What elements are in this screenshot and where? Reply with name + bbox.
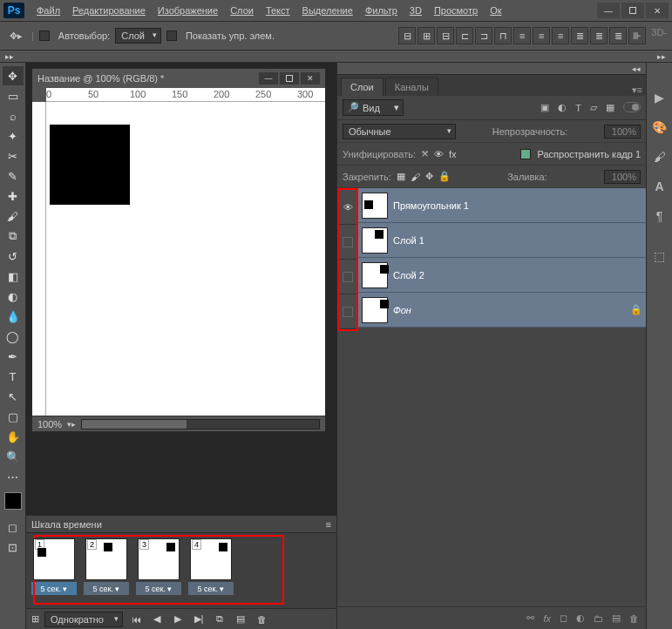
minimize-button[interactable]: — xyxy=(597,3,620,18)
timeline-frame[interactable]: 15 сек. ▾ xyxy=(31,538,77,595)
unify-position-icon[interactable]: ⤧ xyxy=(421,148,429,159)
hand-tool[interactable]: ✋ xyxy=(3,427,24,446)
align-btn[interactable]: ⊟ xyxy=(398,27,416,44)
frame-delay[interactable]: 5 сек. ▾ xyxy=(84,582,129,595)
fx-icon[interactable]: fx xyxy=(543,613,551,624)
tab-layers[interactable]: Слои xyxy=(341,78,384,96)
propagate-checkbox[interactable] xyxy=(520,149,531,159)
doc-minimize[interactable]: — xyxy=(259,72,278,85)
quick-mask[interactable]: ◻ xyxy=(3,517,24,537)
menu-3d[interactable]: 3D xyxy=(404,3,427,18)
para-dock-icon[interactable]: ¶ xyxy=(651,207,669,225)
align-btn[interactable]: ⊪ xyxy=(628,27,646,44)
tween-button[interactable]: ⧉ xyxy=(212,612,227,626)
lasso-tool[interactable]: ⌕ xyxy=(3,106,24,125)
color-dock-icon[interactable]: 🎨 xyxy=(651,118,669,136)
menu-редактирование[interactable]: Редактирование xyxy=(67,3,151,18)
menu-фильтр[interactable]: Фильтр xyxy=(360,3,403,18)
dodge-tool[interactable]: ◯ xyxy=(3,327,24,346)
visibility-toggle[interactable] xyxy=(339,260,356,294)
wand-tool[interactable]: ✦ xyxy=(3,126,24,145)
dock-expander[interactable]: ▸▸ xyxy=(649,51,669,63)
gradient-tool[interactable]: ◐ xyxy=(3,287,24,306)
mask-icon[interactable]: ◻ xyxy=(560,612,567,624)
path-tool[interactable]: ↖ xyxy=(3,387,24,406)
auto-select-dropdown[interactable]: Слой xyxy=(115,28,161,44)
history-brush-tool[interactable]: ↺ xyxy=(3,247,24,266)
lock-position-icon[interactable]: ✥ xyxy=(425,171,433,182)
panel-menu-icon[interactable]: ▾≡ xyxy=(632,85,642,96)
frame-thumbnail[interactable]: 2 xyxy=(85,538,127,580)
filter-adjust-icon[interactable]: ◐ xyxy=(558,102,567,113)
layer-thumbnail[interactable] xyxy=(362,227,388,254)
foreground-swatch[interactable] xyxy=(4,492,22,510)
align-btn[interactable]: ≣ xyxy=(571,27,588,44)
menu-выделение[interactable]: Выделение xyxy=(297,3,358,18)
timeline-frame[interactable]: 45 сек. ▾ xyxy=(188,538,234,595)
marquee-tool[interactable]: ▭ xyxy=(3,86,24,105)
frame-thumbnail[interactable]: 4 xyxy=(190,538,232,580)
auto-select-checkbox[interactable] xyxy=(39,30,50,41)
align-btn[interactable]: ⊞ xyxy=(417,27,435,44)
canvas[interactable] xyxy=(46,102,325,416)
stamp-tool[interactable]: ⧉ xyxy=(3,227,24,246)
frame-delay[interactable]: 5 сек. ▾ xyxy=(188,582,234,595)
frame-thumbnail[interactable]: 3 xyxy=(138,538,180,580)
frame-delay[interactable]: 5 сек. ▾ xyxy=(31,582,77,595)
align-btn[interactable]: ≣ xyxy=(609,27,627,44)
zoom-tool[interactable]: 🔍 xyxy=(3,447,24,466)
move-tool[interactable]: ✥ xyxy=(3,66,24,85)
timeline-toggle-icon[interactable]: ⊞ xyxy=(31,613,39,625)
black-rectangle[interactable] xyxy=(50,125,130,205)
group-icon[interactable]: 🗀 xyxy=(594,613,603,624)
screen-mode[interactable]: ⊡ xyxy=(3,538,24,557)
maximize-button[interactable] xyxy=(621,3,644,18)
align-btn[interactable]: ≡ xyxy=(552,27,569,44)
visibility-toggle[interactable] xyxy=(339,294,356,329)
first-frame-button[interactable]: ⏮ xyxy=(128,612,144,626)
ruler-horizontal[interactable]: 050100150200250300 xyxy=(46,88,325,102)
align-btn[interactable]: ⊓ xyxy=(494,27,512,44)
history-dock-icon[interactable]: ▶ xyxy=(651,89,669,106)
align-btn[interactable]: ⊟ xyxy=(437,27,454,44)
layer-row[interactable]: Слой 1 xyxy=(358,223,646,258)
filter-smart-icon[interactable]: ▦ xyxy=(606,102,614,113)
delete-layer-icon[interactable]: 🗑 xyxy=(629,613,639,624)
lock-all-icon[interactable]: 🔒 xyxy=(438,171,451,182)
align-btn[interactable]: ≡ xyxy=(513,27,531,44)
filter-image-icon[interactable]: ▣ xyxy=(540,102,549,113)
unify-visibility-icon[interactable]: 👁 xyxy=(434,149,444,159)
menu-слои[interactable]: Слои xyxy=(225,3,259,18)
panel-expander[interactable]: ◂◂ xyxy=(337,63,646,75)
prev-frame-button[interactable]: ◀ xyxy=(149,612,165,626)
next-frame-button[interactable]: ▶| xyxy=(191,612,207,626)
layer-row[interactable]: Прямоугольник 1 xyxy=(358,188,646,223)
layer-row[interactable]: Слой 2 xyxy=(358,258,646,293)
3d-dock-icon[interactable]: ⬚ xyxy=(651,247,669,265)
play-button[interactable]: ▶ xyxy=(170,612,186,626)
scrollbar-h[interactable] xyxy=(81,419,320,429)
opacity-value[interactable]: 100% xyxy=(604,125,641,139)
filter-dropdown[interactable]: 🔎Вид▾ xyxy=(343,99,404,116)
crop-tool[interactable]: ✂ xyxy=(3,146,24,166)
blur-tool[interactable]: 💧 xyxy=(3,307,24,326)
blend-mode-dropdown[interactable]: Обычные xyxy=(343,124,456,139)
loop-dropdown[interactable]: Однократно xyxy=(44,612,123,627)
zoom-level[interactable]: 100% xyxy=(37,419,62,429)
info-icon[interactable]: ▾▸ xyxy=(67,420,76,429)
link-icon[interactable]: ⚯ xyxy=(526,612,534,624)
tab-channels[interactable]: Каналы xyxy=(385,78,438,96)
visibility-toggle[interactable] xyxy=(339,225,356,260)
frame-delay[interactable]: 5 сек. ▾ xyxy=(136,582,181,595)
timeline-frame[interactable]: 35 сек. ▾ xyxy=(136,538,181,595)
scrollbar-thumb[interactable] xyxy=(82,420,187,429)
frame-thumbnail[interactable]: 1 xyxy=(33,538,75,580)
delete-frame-button[interactable]: 🗑 xyxy=(254,612,269,626)
fill-value[interactable]: 100% xyxy=(604,170,641,184)
new-layer-icon[interactable]: ▤ xyxy=(612,612,621,624)
filter-type-icon[interactable]: T xyxy=(575,102,581,113)
menu-текст[interactable]: Текст xyxy=(261,3,295,18)
timeline-menu-icon[interactable]: ≡ xyxy=(326,519,331,530)
eraser-tool[interactable]: ◧ xyxy=(3,267,24,286)
shape-tool[interactable]: ▢ xyxy=(3,407,24,426)
